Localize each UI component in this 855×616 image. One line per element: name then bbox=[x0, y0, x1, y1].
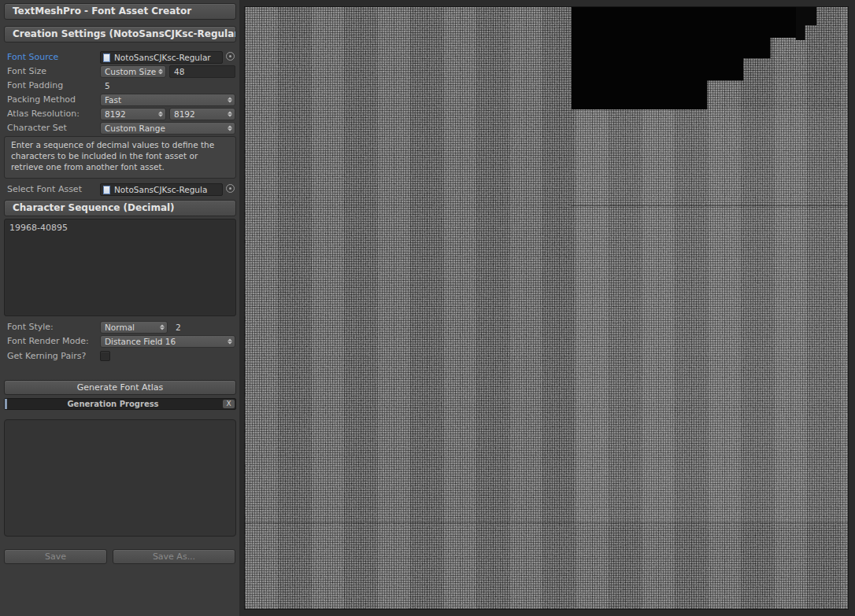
font-size-input[interactable]: 48 bbox=[169, 65, 235, 78]
font-render-mode-dropdown[interactable]: Distance Field 16 bbox=[100, 335, 235, 348]
atlas-resolution-label: Atlas Resolution: bbox=[7, 108, 80, 120]
select-font-asset-row: Select Font Asset NotoSansCJKsc-Regula bbox=[3, 183, 237, 196]
object-picker-icon[interactable] bbox=[226, 184, 235, 193]
generate-font-atlas-button[interactable]: Generate Font Atlas bbox=[4, 380, 236, 395]
dropdown-arrow-icon bbox=[158, 112, 163, 117]
atlas-seam bbox=[572, 205, 848, 206]
select-font-asset-label: Select Font Asset bbox=[7, 183, 82, 196]
progress-label: Generation Progress bbox=[5, 399, 221, 409]
dropdown-arrow-icon bbox=[160, 325, 165, 330]
creation-settings-header: Creation Settings (NotoSansCJKsc-Regular bbox=[4, 26, 236, 42]
atlas-resolution-row: Atlas Resolution: 8192 8192 bbox=[3, 108, 237, 120]
font-size-mode-value: Custom Size bbox=[105, 67, 156, 76]
output-box bbox=[4, 419, 236, 537]
font-atlas-preview bbox=[244, 6, 849, 610]
character-set-row: Character Set Custom Range bbox=[3, 122, 237, 135]
atlas-seam bbox=[245, 522, 848, 523]
packing-method-value: Fast bbox=[105, 95, 121, 105]
character-sequence-input[interactable]: 19968-40895 bbox=[4, 219, 236, 316]
font-source-value: NotoSansCJKsc-Regular bbox=[114, 53, 211, 62]
character-sequence-header: Character Sequence (Decimal) bbox=[4, 200, 236, 216]
font-render-mode-row: Font Render Mode: Distance Field 16 bbox=[3, 335, 237, 348]
font-source-object-field[interactable]: NotoSansCJKsc-Regular bbox=[100, 51, 223, 64]
dropdown-arrow-icon bbox=[228, 339, 232, 345]
font-style-value: Normal bbox=[105, 323, 135, 332]
dropdown-arrow-icon bbox=[228, 112, 232, 117]
save-as-button[interactable]: Save As... bbox=[113, 549, 235, 564]
select-font-asset-value: NotoSansCJKsc-Regula bbox=[114, 185, 207, 194]
font-padding-label: Font Padding bbox=[7, 79, 63, 92]
atlas-width-value: 8192 bbox=[105, 109, 126, 119]
font-render-mode-label: Font Render Mode: bbox=[7, 335, 89, 348]
font-style-row: Font Style: Normal 2 bbox=[3, 321, 237, 334]
atlas-width-dropdown[interactable]: 8192 bbox=[100, 108, 166, 120]
font-style-number-input[interactable]: 2 bbox=[171, 321, 235, 334]
font-padding-row: Font Padding 5 bbox=[3, 79, 237, 92]
dropdown-arrow-icon bbox=[158, 69, 163, 75]
object-picker-icon[interactable] bbox=[226, 52, 235, 61]
character-set-value: Custom Range bbox=[105, 124, 165, 133]
font-asset-icon bbox=[103, 53, 110, 62]
help-box: Enter a sequence of decimal values to de… bbox=[4, 136, 236, 179]
font-asset-creator-panel: TextMeshPro - Font Asset Creator Creatio… bbox=[3, 3, 237, 613]
font-source-label: Font Source bbox=[7, 51, 58, 64]
atlas-height-dropdown[interactable]: 8192 bbox=[169, 108, 235, 120]
packing-method-dropdown[interactable]: Fast bbox=[100, 94, 235, 106]
font-style-dropdown[interactable]: Normal bbox=[100, 321, 168, 334]
font-style-label: Font Style: bbox=[7, 321, 54, 334]
dropdown-arrow-icon bbox=[228, 98, 232, 103]
packing-method-label: Packing Method bbox=[7, 94, 76, 106]
save-button[interactable]: Save bbox=[4, 549, 107, 564]
kerning-label: Get Kerning Pairs? bbox=[7, 350, 86, 363]
generation-progress-bar: Generation Progress X bbox=[4, 398, 236, 410]
font-asset-icon bbox=[103, 186, 110, 194]
font-size-row: Font Size Custom Size 48 bbox=[3, 65, 237, 78]
close-icon[interactable]: X bbox=[223, 400, 235, 408]
select-font-asset-object-field[interactable]: NotoSansCJKsc-Regula bbox=[100, 183, 223, 196]
character-set-dropdown[interactable]: Custom Range bbox=[100, 122, 235, 135]
font-padding-input[interactable]: 5 bbox=[100, 79, 235, 92]
atlas-height-value: 8192 bbox=[174, 109, 195, 119]
font-size-label: Font Size bbox=[7, 65, 46, 78]
atlas-light-region bbox=[574, 109, 849, 525]
kerning-checkbox[interactable] bbox=[100, 351, 110, 361]
font-render-mode-value: Distance Field 16 bbox=[105, 337, 176, 346]
font-source-row: Font Source NotoSansCJKsc-Regular bbox=[3, 51, 237, 64]
packing-method-row: Packing Method Fast bbox=[3, 94, 237, 106]
dropdown-arrow-icon bbox=[228, 126, 232, 131]
kerning-row: Get Kerning Pairs? bbox=[3, 350, 237, 363]
character-set-label: Character Set bbox=[7, 122, 67, 135]
window-title: TextMeshPro - Font Asset Creator bbox=[4, 3, 236, 20]
font-size-mode-dropdown[interactable]: Custom Size bbox=[100, 65, 166, 78]
